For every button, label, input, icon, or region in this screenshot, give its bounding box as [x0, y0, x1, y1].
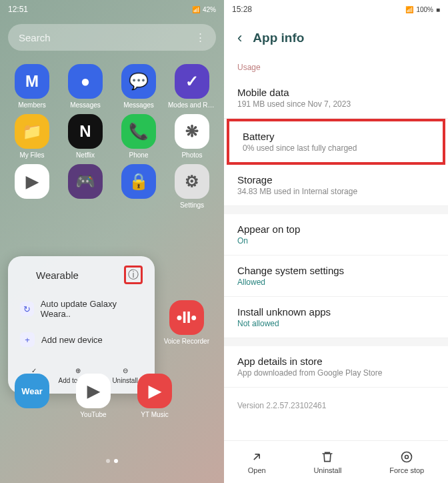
battery-item[interactable]: Battery 0% used since last fully charged	[227, 119, 445, 165]
app-Messages[interactable]: 💬Messages	[115, 64, 163, 109]
svg-point-0	[402, 452, 412, 462]
app-YT Music[interactable]: ▶YT Music	[131, 374, 179, 418]
dot	[106, 459, 110, 463]
open-button[interactable]: Open	[248, 450, 266, 474]
update-icon: ↻	[20, 302, 34, 316]
more-icon[interactable]: ⋮	[195, 31, 205, 43]
open-icon	[250, 450, 263, 464]
app-icon: N	[68, 114, 103, 149]
search-placeholder: Search	[19, 32, 51, 43]
app-[interactable]: 🎮	[61, 164, 109, 209]
app-grid: MMembers●Messages💬Messages✓Modes and Rou…	[0, 56, 224, 217]
app-Phone[interactable]: 📞Phone	[115, 114, 163, 159]
time: 15:28	[232, 5, 252, 14]
right-statusbar: 15:28 📶 100%■	[224, 0, 448, 19]
app-icon: ●	[68, 64, 103, 99]
voice-recorder-app[interactable]: •II• Voice Recorder	[164, 300, 209, 345]
plus-icon: +	[20, 332, 35, 347]
app-[interactable]: Wear	[8, 374, 56, 418]
forcestop-button[interactable]: Force stop	[389, 450, 424, 474]
status-icons: 📶 42%	[192, 6, 216, 13]
svg-point-1	[405, 455, 409, 458]
app-icon: ▶	[137, 374, 172, 408]
left-statusbar: 12:51 📶 42%	[0, 0, 224, 19]
app-icon: 📁	[15, 114, 49, 149]
voice-icon: •II•	[169, 300, 204, 335]
app-icon: M	[15, 64, 49, 99]
app-Messages[interactable]: ●Messages	[61, 64, 109, 109]
app-icon: Wear	[15, 374, 49, 408]
app-icon: ❋	[175, 114, 209, 149]
popup-item-update[interactable]: ↻ Auto update Galaxy Weara..	[17, 292, 145, 326]
app-Netflix[interactable]: NNetflix	[61, 114, 109, 159]
app-Members[interactable]: MMembers	[8, 64, 56, 109]
usage-label: Usage	[224, 57, 448, 77]
time: 12:51	[8, 5, 28, 14]
app-icon: ✓	[175, 64, 209, 99]
page-title: App info	[253, 31, 304, 45]
app-icon: ▶	[15, 164, 49, 199]
app-icon: 🔒	[121, 164, 156, 199]
app-Modes and Rout..[interactable]: ✓Modes and Rout..	[168, 64, 216, 109]
bottom-actions: Open Uninstall Force stop	[224, 440, 448, 483]
version-text: Version 2.2.57.23102461	[224, 388, 448, 424]
details-item[interactable]: App details in store App downloaded from…	[224, 346, 448, 388]
app-icon: 📞	[121, 114, 156, 149]
info-icon[interactable]: ⓘ	[124, 266, 143, 284]
trash-icon	[321, 450, 334, 464]
back-icon[interactable]: ‹	[237, 29, 242, 47]
home-screen-panel: 12:51 📶 42% Search ⋮ MMembers●Messages💬M…	[0, 0, 224, 483]
app-[interactable]: 🔒	[115, 164, 163, 209]
page-indicator	[106, 459, 118, 463]
appinfo-panel: 15:28 📶 100%■ ‹ App info Usage Mobile da…	[224, 0, 448, 483]
install-item[interactable]: Install unknown apps Not allowed	[224, 297, 448, 338]
mobile-data-item[interactable]: Mobile data 191 MB used since Nov 7, 202…	[224, 77, 448, 119]
status-icons: 📶 100%■	[405, 6, 440, 13]
app-[interactable]: ▶	[8, 164, 56, 209]
change-item[interactable]: Change system settings Allowed	[224, 256, 448, 297]
stop-icon	[400, 450, 413, 464]
app-icon: ⚙	[175, 164, 209, 199]
uninstall-button[interactable]: Uninstall	[313, 450, 341, 474]
app-Photos[interactable]: ❋Photos	[168, 114, 216, 159]
app-My Files[interactable]: 📁My Files	[8, 114, 56, 159]
app-icon: 💬	[121, 64, 156, 99]
app-Settings[interactable]: ⚙Settings	[168, 164, 216, 209]
app-YouTube[interactable]: ▶YouTube	[69, 374, 117, 418]
appinfo-header: ‹ App info	[224, 19, 448, 57]
popup-title: Wearable	[36, 270, 79, 281]
app-icon: ▶	[76, 374, 111, 408]
storage-item[interactable]: Storage 34.83 MB used in Internal storag…	[224, 165, 448, 206]
app-icon: 🎮	[68, 164, 103, 199]
bottom-apps: Wear▶YouTube▶YT Music	[8, 374, 179, 418]
search-input[interactable]: Search ⋮	[8, 24, 216, 51]
dot-active	[114, 459, 118, 463]
appear-item[interactable]: Appear on top On	[224, 214, 448, 256]
popup-item-add[interactable]: + Add new device	[17, 326, 145, 354]
